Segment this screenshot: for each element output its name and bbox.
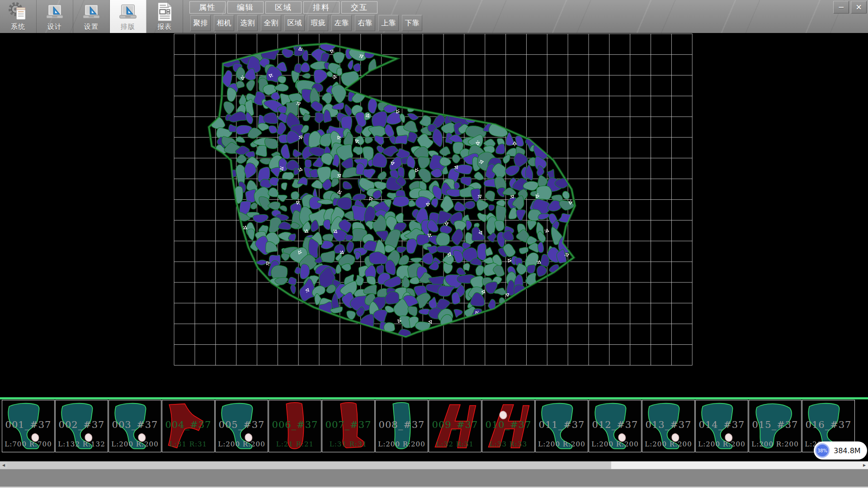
piece-thumbnail-012_#37[interactable]: 012_#37 L:200 R:200 xyxy=(589,400,642,452)
piece-lr-label: L:21 R:21 xyxy=(269,440,321,448)
piece-id-label: 013_#37 xyxy=(642,419,694,430)
piece-thumbnail-strip: 001_#37 L:700 R:700 002_#37 L:132 R:132 … xyxy=(0,400,868,452)
menu-tab-2[interactable]: 区域 xyxy=(265,1,302,14)
action-button-6[interactable]: 左靠 xyxy=(331,15,352,31)
action-button-3[interactable]: 全割 xyxy=(261,15,281,31)
piece-id-label: 012_#37 xyxy=(589,419,641,430)
piece-id-label: 001_#37 xyxy=(2,419,54,430)
minimize-button[interactable]: ─ xyxy=(833,1,849,14)
toolbar-mode-button-1[interactable]: 设计 xyxy=(37,0,73,33)
piece-id-label: 009_#37 xyxy=(429,419,481,430)
piece-thumbnail-011_#37[interactable]: 011_#37 L:200 R:200 xyxy=(535,400,588,452)
piece-marker-icon xyxy=(337,190,342,194)
design-ruler-icon xyxy=(44,1,65,22)
piece-thumbnail-013_#37[interactable]: 013_#37 L:200 R:200 xyxy=(642,400,695,452)
piece-lr-label: L:200 R:200 xyxy=(696,440,748,448)
nesting-canvas[interactable] xyxy=(0,33,868,397)
toolbar-mode-label: 报表 xyxy=(157,22,172,31)
toolbar-mode-button-2[interactable]: 设置 xyxy=(73,0,110,33)
piece-lr-label: L:200 R:200 xyxy=(376,440,428,448)
piece-marker-icon xyxy=(544,229,549,233)
piece-id-label: 007_#37 xyxy=(322,419,374,430)
close-button[interactable]: ✕ xyxy=(851,1,867,14)
action-button-5[interactable]: 瑕疵 xyxy=(308,15,328,31)
piece-id-label: 011_#37 xyxy=(536,419,588,430)
piece-thumbnail-004_#37[interactable]: 004_#37 L:31 R:31 xyxy=(162,400,215,452)
menu-tab-0[interactable]: 属性 xyxy=(189,1,226,14)
menu-tab-3[interactable]: 排料 xyxy=(303,1,340,14)
piece-lr-label: L:200 R:200 xyxy=(749,440,801,448)
menu-tab-row: 属性编辑区域排料交互 xyxy=(189,1,377,14)
piece-thumbnail-001_#37[interactable]: 001_#37 L:700 R:700 xyxy=(2,400,55,452)
piece-thumbnail-003_#37[interactable]: 003_#37 L:200 R:200 xyxy=(108,400,161,452)
piece-thumbnail-015_#37[interactable]: 015_#37 L:200 R:200 xyxy=(749,400,802,452)
scrollbar-thumb[interactable] xyxy=(7,461,611,469)
piece-id-label: 015_#37 xyxy=(749,419,801,430)
piece-lr-label: L:132 R:132 xyxy=(56,440,108,448)
piece-marker-icon xyxy=(332,75,336,79)
action-button-9[interactable]: 下靠 xyxy=(402,15,422,31)
toolbar-mode-label: 设计 xyxy=(47,22,62,31)
nesting-ruler-icon xyxy=(118,1,138,22)
piece-id-label: 005_#37 xyxy=(216,419,268,430)
toolbar: 系统 设计 设置 排版 xyxy=(0,0,868,33)
toolbar-mode-button-3[interactable]: 排版 xyxy=(110,0,146,33)
piece-id-label: 006_#37 xyxy=(269,419,321,430)
toolbar-mode-button-4[interactable]: 报表 xyxy=(146,0,183,33)
nested-pieces xyxy=(211,41,576,342)
piece-lr-label: L:32 R:31 xyxy=(429,440,481,448)
piece-thumbnail-006_#37[interactable]: 006_#37 L:21 R:21 xyxy=(269,400,321,452)
piece-lr-label: L:33 R:33 xyxy=(482,440,534,448)
piece-id-label: 008_#37 xyxy=(376,419,428,430)
download-progress-pill[interactable]: 38% 384.8M xyxy=(814,441,867,460)
piece-id-label: 002_#37 xyxy=(56,419,108,430)
menu-tab-4[interactable]: 交互 xyxy=(341,1,377,14)
piece-thumbnail-014_#37[interactable]: 014_#37 L:200 R:200 xyxy=(695,400,748,452)
piece-lr-label: L:31 R:31 xyxy=(162,440,214,448)
settings-ruler-icon xyxy=(81,1,102,22)
action-button-row: 聚排相机选割全割区域瑕疵左靠右靠上靠下靠 xyxy=(190,15,422,31)
piece-lr-label: L:200 R:200 xyxy=(109,440,161,448)
action-button-1[interactable]: 相机 xyxy=(214,15,234,31)
piece-id-label: 014_#37 xyxy=(696,419,748,430)
system-gear-icon xyxy=(8,1,28,22)
toolbar-mode-label: 系统 xyxy=(11,22,25,31)
toolbar-mode-label: 排版 xyxy=(121,22,135,31)
piece-lr-label: L:200 R:200 xyxy=(642,440,694,448)
action-button-8[interactable]: 上靠 xyxy=(378,15,399,31)
piece-thumbnail-009_#37[interactable]: 009_#37 L:32 R:31 xyxy=(429,400,481,452)
horizontal-scrollbar[interactable]: ◂ ▸ xyxy=(0,461,868,469)
piece-id-label: 003_#37 xyxy=(109,419,161,430)
action-button-2[interactable]: 选割 xyxy=(237,15,258,31)
report-doc-icon xyxy=(154,1,175,22)
scroll-right-icon[interactable]: ▸ xyxy=(861,461,868,469)
piece-lr-label: L:200 R:200 xyxy=(589,440,641,448)
download-size-label: 384.8M xyxy=(834,446,861,455)
action-button-7[interactable]: 右靠 xyxy=(355,15,375,31)
strip-separator xyxy=(0,397,868,399)
piece-lr-label: L:700 R:700 xyxy=(2,440,54,448)
action-button-0[interactable]: 聚排 xyxy=(190,15,211,31)
piece-id-label: 016_#37 xyxy=(802,419,854,430)
piece-lr-label: L:31 R:31 xyxy=(322,440,374,448)
toolbar-mode-label: 设置 xyxy=(84,22,99,31)
piece-thumbnail-010_#37[interactable]: 010_#37 L:33 R:33 xyxy=(482,400,535,452)
toolbar-mode-button-0[interactable]: 系统 xyxy=(0,0,37,33)
scroll-left-icon[interactable]: ◂ xyxy=(0,461,7,469)
strip-bottom-gap xyxy=(0,452,868,461)
piece-thumbnail-002_#37[interactable]: 002_#37 L:132 R:132 xyxy=(55,400,108,452)
piece-thumbnail-007_#37[interactable]: 007_#37 L:31 R:31 xyxy=(322,400,375,452)
status-bar xyxy=(0,469,868,487)
canvas-svg xyxy=(0,33,868,397)
piece-thumbnail-008_#37[interactable]: 008_#37 L:200 R:200 xyxy=(375,400,428,452)
main-icon-bar: 系统 设计 设置 排版 xyxy=(0,0,183,33)
window-buttons: ─ ✕ xyxy=(833,1,867,14)
piece-id-label: 010_#37 xyxy=(482,419,534,430)
progress-circle: 38% xyxy=(815,443,830,458)
piece-lr-label: L:200 R:200 xyxy=(216,440,268,448)
piece-lr-label: L:200 R:200 xyxy=(536,440,588,448)
menu-tab-1[interactable]: 编辑 xyxy=(227,1,264,14)
piece-thumbnail-005_#37[interactable]: 005_#37 L:200 R:200 xyxy=(215,400,268,452)
piece-id-label: 004_#37 xyxy=(162,419,214,430)
action-button-4[interactable]: 区域 xyxy=(284,15,305,31)
